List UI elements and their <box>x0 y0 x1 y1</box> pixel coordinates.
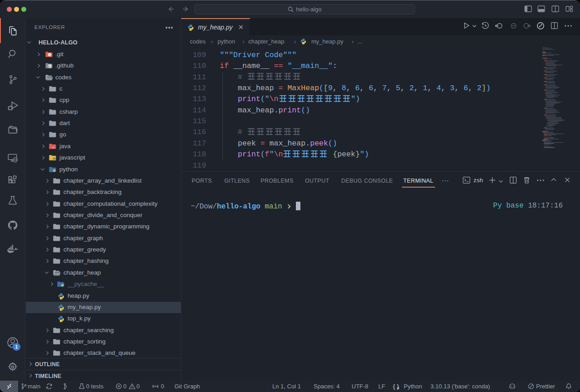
svg-text:JS: JS <box>53 157 56 160</box>
